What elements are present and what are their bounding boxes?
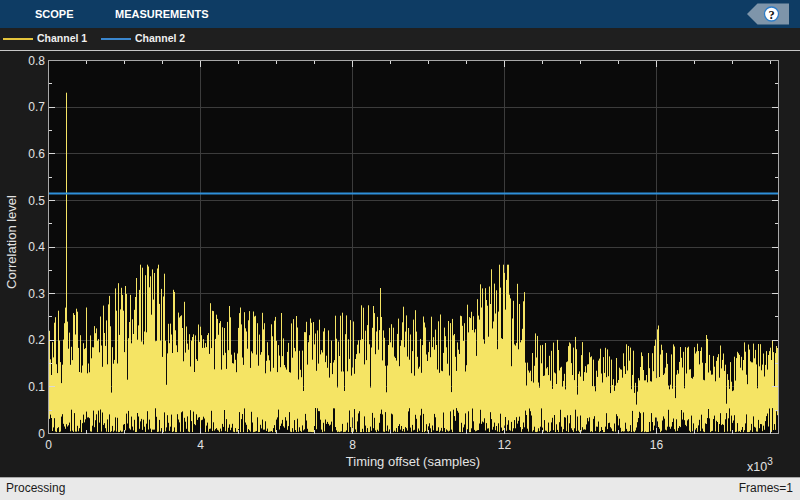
svg-text:Correlation level: Correlation level (4, 195, 19, 289)
svg-text:0.4: 0.4 (28, 240, 45, 254)
svg-text:0.1: 0.1 (28, 380, 45, 394)
svg-text:0.3: 0.3 (28, 287, 45, 301)
svg-text:Timing offset (samples): Timing offset (samples) (346, 454, 480, 469)
svg-text:8: 8 (349, 438, 356, 452)
svg-text:0.8: 0.8 (28, 54, 45, 68)
svg-text:0: 0 (45, 438, 52, 452)
svg-text:?: ? (768, 7, 774, 21)
svg-text:16: 16 (650, 438, 664, 452)
svg-text:0.6: 0.6 (28, 147, 45, 161)
svg-text:0.5: 0.5 (28, 194, 45, 208)
svg-text:x103: x103 (747, 456, 773, 474)
svg-text:12: 12 (498, 438, 512, 452)
svg-text:0.7: 0.7 (28, 100, 45, 114)
svg-text:0.2: 0.2 (28, 333, 45, 347)
svg-text:4: 4 (197, 438, 204, 452)
